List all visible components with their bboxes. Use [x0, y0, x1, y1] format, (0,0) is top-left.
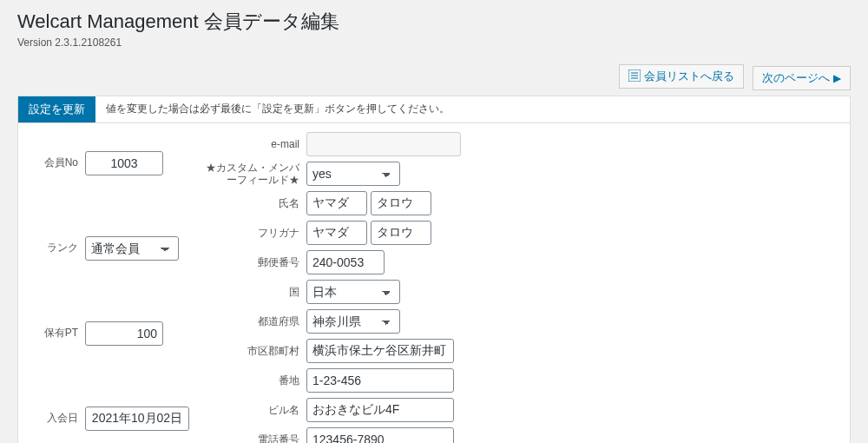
update-settings-button[interactable]: 設定を更新 — [18, 96, 95, 122]
pref-select[interactable]: 神奈川県 — [306, 309, 400, 334]
back-to-list-label: 会員リストへ戻る — [644, 69, 734, 84]
joined-label: 入会日 — [29, 411, 85, 426]
name-first-field[interactable] — [371, 191, 431, 215]
country-select[interactable]: 日本 — [306, 280, 400, 304]
update-note: 値を変更した場合は必ず最後に「設定を更新」ボタンを押してください。 — [106, 102, 450, 116]
rank-label: ランク — [29, 241, 85, 255]
left-column: 会員No ランク 通常会員 保有PT 入会日 — [29, 132, 202, 444]
member-no-field[interactable] — [85, 151, 163, 175]
kana-last-field[interactable] — [306, 221, 367, 245]
addr-field[interactable] — [306, 368, 454, 393]
points-field[interactable] — [85, 321, 163, 346]
points-label: 保有PT — [29, 326, 85, 341]
back-to-list-button[interactable]: 会員リストへ戻る — [619, 64, 744, 89]
pref-label: 都道府県 — [202, 314, 306, 329]
custom-field-select[interactable]: yes — [306, 162, 400, 186]
list-icon — [628, 69, 641, 84]
next-page-button[interactable]: 次のページへ ▶ — [753, 66, 851, 90]
tel-field[interactable] — [306, 427, 454, 443]
update-bar: 設定を更新 値を変更した場合は必ず最後に「設定を更新」ボタンを押してください。 — [17, 96, 851, 122]
addr-label: 番地 — [202, 374, 306, 388]
page-title: Welcart Management 会員データ編集 — [17, 9, 851, 35]
name-last-field[interactable] — [306, 191, 367, 215]
right-column: e-mail ★カスタム・メンバーフィールド★ yes 氏名 フリガナ 郵便番号… — [202, 132, 839, 444]
zip-label: 郵便番号 — [202, 255, 306, 270]
kana-first-field[interactable] — [371, 221, 431, 245]
joined-field[interactable] — [85, 407, 189, 431]
bldg-label: ビル名 — [202, 403, 306, 418]
kana-label: フリガナ — [202, 226, 306, 241]
rank-select[interactable]: 通常会員 — [85, 236, 179, 261]
tel-label: 電話番号 — [202, 433, 306, 443]
email-label: e-mail — [202, 138, 306, 150]
member-no-label: 会員No — [29, 155, 85, 170]
form-panel: 会員No ランク 通常会員 保有PT 入会日 e-mail ★カスタム・メンバー… — [17, 122, 851, 444]
version-text: Version 2.3.1.2108261 — [17, 36, 851, 49]
name-label: 氏名 — [202, 196, 306, 211]
email-field[interactable] — [306, 132, 461, 156]
top-actions: 会員リストへ戻る 次のページへ ▶ — [17, 64, 851, 90]
country-label: 国 — [202, 285, 306, 300]
chevron-right-icon: ▶ — [833, 72, 841, 84]
bldg-field[interactable] — [306, 398, 454, 422]
next-page-label: 次のページへ — [762, 70, 830, 86]
zip-field[interactable] — [306, 250, 385, 274]
custom-field-label: ★カスタム・メンバーフィールド★ — [202, 162, 306, 187]
city-label: 市区郡町村 — [202, 344, 306, 359]
city-field[interactable] — [306, 339, 454, 363]
